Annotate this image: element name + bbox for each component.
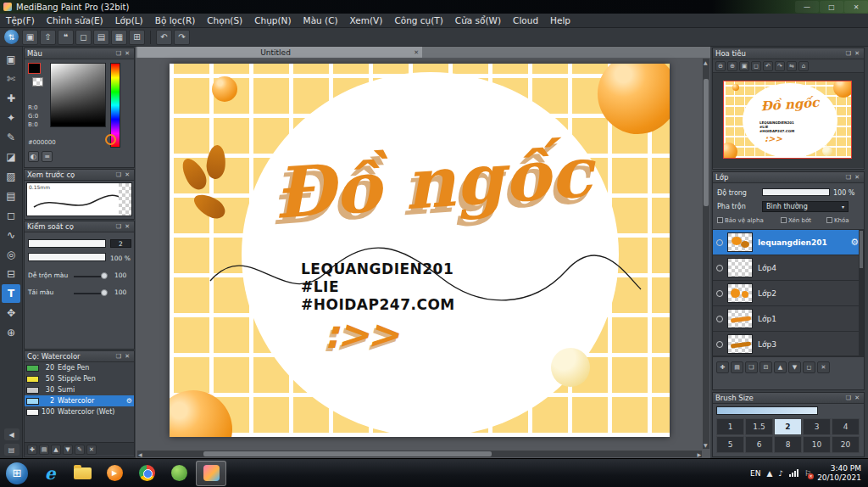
load-slider-knob[interactable] [101, 289, 108, 296]
network-icon[interactable] [789, 469, 798, 477]
popout-icon[interactable]: ❏ [114, 50, 123, 57]
taskbar-clock[interactable]: 3:40 PM 20/10/2021 [817, 464, 861, 483]
move-up-icon[interactable]: ▲ [51, 445, 61, 455]
popout-icon[interactable]: ❏ [844, 174, 853, 181]
move-down-icon[interactable]: ▼ [63, 445, 73, 455]
menu-cloud[interactable]: Cloud [507, 14, 544, 28]
layer-row-selected[interactable]: lequangdien201 ⚙ [713, 230, 864, 255]
size-cell[interactable]: 1.5 [745, 418, 773, 435]
collapse-left-icon[interactable]: ◀ [4, 428, 19, 440]
layer-row[interactable]: Lớp3 [713, 332, 864, 357]
brush-row[interactable]: 20 Edge Pen [25, 362, 134, 373]
menu-layer[interactable]: Lớp(L) [109, 14, 149, 28]
size-cell[interactable]: 1 [716, 418, 744, 435]
new-layer-icon[interactable]: ✚ [716, 361, 729, 373]
scroll-up-icon[interactable]: ▲ [704, 59, 708, 65]
mix-slider-knob[interactable] [101, 272, 108, 279]
rgb-slider-icon[interactable]: ≡ [42, 151, 53, 162]
pan-tool-icon[interactable]: ✥ [2, 304, 20, 322]
curve-tool-icon[interactable]: ∿ [2, 226, 20, 244]
navigator-thumbnail[interactable]: Đồ ngốc LEQUANGDIEN201 #LIE #HOIDAP247.C… [723, 81, 852, 159]
flip-icon[interactable]: ⇋ [787, 61, 797, 71]
zoom-in-icon[interactable]: ⊕ [727, 61, 737, 71]
size-cell[interactable]: 8 [774, 436, 802, 453]
comment-icon[interactable]: ❝ [58, 30, 74, 45]
menu-snap[interactable]: Chụp(N) [248, 14, 297, 28]
volume-icon[interactable]: ♪ [778, 469, 783, 478]
cloud-sync-icon[interactable]: ⇅ [4, 30, 19, 44]
brush-size-slider[interactable] [28, 239, 106, 248]
rotate-right-icon[interactable]: ↷ [775, 61, 785, 71]
popout-icon[interactable]: ❏ [844, 50, 853, 57]
popout-icon[interactable]: ❏ [844, 395, 853, 401]
layer-visibility-icon[interactable] [716, 265, 723, 271]
lasso-tool-icon[interactable]: ✄ [2, 70, 20, 88]
size-cell[interactable]: 5 [716, 436, 744, 453]
menu-tools[interactable]: Công cụ(T) [388, 14, 448, 28]
action-center-flag-icon[interactable]: ⚐✕ [804, 469, 811, 478]
save-icon[interactable]: ▣ [22, 30, 38, 45]
redo-icon[interactable]: ↷ [174, 30, 190, 45]
menu-view[interactable]: Xem(V) [344, 14, 389, 28]
scroll-right-icon[interactable]: ▶ [697, 451, 701, 457]
tab-close-icon[interactable]: ✕ [414, 49, 422, 56]
taskbar-green-app-icon[interactable] [164, 461, 194, 486]
vertical-scroll-thumb[interactable] [704, 79, 709, 206]
close-panel-icon[interactable]: ✕ [123, 223, 131, 230]
menu-edit[interactable]: Chỉnh sửa(E) [41, 14, 109, 28]
fill-tool-icon[interactable]: ▨ [2, 167, 20, 186]
blend-mode-dropdown[interactable]: Bình thường ▾ [762, 201, 849, 212]
fit-screen-icon[interactable]: ▣ [739, 61, 749, 71]
delete-brush-icon[interactable]: ✕ [86, 445, 97, 455]
size-cell-selected[interactable]: 2 [774, 418, 802, 435]
scroll-down-icon[interactable]: ▼ [704, 442, 708, 448]
brush-folder-icon[interactable]: ▤ [39, 445, 49, 455]
size-cell[interactable]: 20 [832, 436, 860, 453]
layer-settings-icon[interactable]: ⚙ [850, 237, 859, 248]
start-button[interactable]: ⊞ [0, 459, 34, 487]
protect-alpha-checkbox[interactable]: Bảo vệ alpha [717, 217, 764, 224]
popout-icon[interactable]: ❏ [114, 353, 123, 360]
zoom-out-icon[interactable]: ⊖ [715, 61, 726, 71]
taskbar-media-player-icon[interactable]: ▶ [99, 461, 130, 486]
hue-marker[interactable] [105, 134, 116, 145]
popout-icon[interactable]: ❏ [114, 171, 123, 178]
brush-size-slider[interactable] [716, 406, 818, 415]
delete-layer-icon[interactable]: ✕ [817, 361, 830, 373]
duplicate-layer-icon[interactable]: ❏ [745, 361, 758, 373]
hidden-icons-arrow[interactable]: ▲ [766, 469, 772, 478]
horizontal-scroll-thumb[interactable] [203, 451, 492, 456]
popout-icon[interactable]: ❏ [114, 223, 123, 230]
color-wheel-icon[interactable]: ◐ [28, 151, 39, 162]
layer-opacity-slider[interactable] [762, 188, 830, 196]
clipping-checkbox[interactable]: Xén bớt [781, 217, 811, 224]
layer-row[interactable]: Lớp4 [713, 255, 864, 281]
menu-select[interactable]: Chọn(S) [201, 14, 248, 28]
brush-row[interactable]: 30 Sumi [25, 384, 134, 395]
layer-visibility-icon[interactable] [716, 341, 723, 348]
layer-visibility-icon[interactable] [716, 239, 723, 246]
move-tool-icon[interactable]: ✚ [2, 89, 20, 108]
taskbar-medibang-icon[interactable] [196, 461, 226, 486]
layer-list-scrollbar[interactable] [859, 229, 864, 356]
open-file-icon[interactable]: ▤ [93, 30, 109, 45]
size-cell[interactable]: 3 [803, 418, 831, 435]
layer-visibility-icon[interactable] [716, 316, 723, 322]
taskbar-ie-icon[interactable]: e [35, 461, 65, 486]
shape-tool-icon[interactable]: ◻ [2, 206, 20, 225]
transparent-color-swatch[interactable] [32, 77, 43, 87]
new-canvas-icon[interactable]: ◻ [75, 30, 92, 45]
brush-settings-icon[interactable]: ⚙ [126, 397, 132, 405]
brush-row-selected[interactable]: 2 Watercolor ⚙ [25, 395, 134, 406]
eyedropper-tool-icon[interactable]: ◎ [2, 245, 20, 264]
text-tool-icon[interactable]: T [2, 284, 20, 303]
menu-window[interactable]: Cửa sổ(W) [449, 14, 507, 28]
brush-row[interactable]: 50 Stipple Pen [25, 373, 134, 384]
maximize-button[interactable]: □ [820, 1, 843, 13]
clear-layer-icon[interactable]: ◻ [803, 361, 815, 373]
minimize-button[interactable]: — [795, 1, 819, 13]
foreground-color-swatch[interactable] [28, 63, 41, 74]
merge-down-icon[interactable]: ⊟ [760, 361, 772, 373]
size-cell[interactable]: 10 [803, 436, 831, 453]
close-panel-icon[interactable]: ✕ [123, 171, 131, 178]
